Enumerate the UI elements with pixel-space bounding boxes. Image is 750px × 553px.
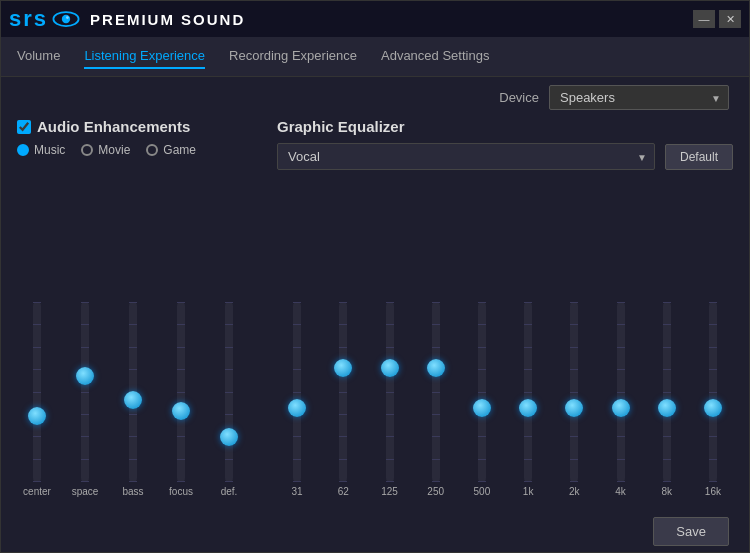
left-slider-col-focus: focus: [161, 302, 201, 497]
eq-slider-col-1k: 1k: [508, 302, 548, 497]
eq-slider-thumb-4k[interactable]: [612, 399, 630, 417]
window-controls: — ✕: [693, 10, 741, 28]
eq-slider-thumb-31[interactable]: [288, 399, 306, 417]
left-slider-track-center[interactable]: [33, 302, 41, 482]
srs-logo: srs: [9, 6, 80, 32]
left-sliders: centerspacebassfocusdef.: [17, 167, 257, 501]
left-slider-thumb-center[interactable]: [28, 407, 46, 425]
eq-slider-thumb-500[interactable]: [473, 399, 491, 417]
tab-listening-experience[interactable]: Listening Experience: [84, 44, 205, 69]
device-label: Device: [499, 90, 539, 105]
radio-music-label: Music: [34, 143, 65, 157]
left-slider-label-focus: focus: [169, 486, 193, 497]
eq-slider-track-500[interactable]: [478, 302, 486, 482]
app-window: srs PREMIUM SOUND — ✕ Volume Listening E…: [0, 0, 750, 553]
left-slider-col-space: space: [65, 302, 105, 497]
save-button[interactable]: Save: [653, 517, 729, 546]
audio-enhancements-label: Audio Enhancements: [37, 118, 190, 135]
left-slider-thumb-bass[interactable]: [124, 391, 142, 409]
eq-title: Graphic Equalizer: [277, 118, 733, 135]
eq-slider-track-62[interactable]: [339, 302, 347, 482]
left-slider-label-space: space: [72, 486, 99, 497]
eq-slider-thumb-1k[interactable]: [519, 399, 537, 417]
eq-slider-label-4k: 4k: [615, 486, 626, 497]
eq-slider-thumb-8k[interactable]: [658, 399, 676, 417]
tab-volume[interactable]: Volume: [17, 44, 60, 69]
eq-slider-label-2k: 2k: [569, 486, 580, 497]
device-select[interactable]: Speakers Headphones HDMI: [549, 85, 729, 110]
eq-slider-track-4k[interactable]: [617, 302, 625, 482]
eq-slider-thumb-125[interactable]: [381, 359, 399, 377]
main-content: Audio Enhancements Music Movie Game cent…: [1, 118, 749, 511]
eq-slider-col-4k: 4k: [600, 302, 640, 497]
srs-text: srs: [9, 6, 48, 32]
audio-enhancements-checkbox[interactable]: [17, 120, 31, 134]
left-slider-thumb-focus[interactable]: [172, 402, 190, 420]
eq-slider-track-31[interactable]: [293, 302, 301, 482]
eq-slider-track-250[interactable]: [432, 302, 440, 482]
radio-game-btn: [146, 144, 158, 156]
eq-slider-thumb-16k[interactable]: [704, 399, 722, 417]
left-slider-track-focus[interactable]: [177, 302, 185, 482]
radio-movie-label: Movie: [98, 143, 130, 157]
eq-slider-track-8k[interactable]: [663, 302, 671, 482]
eq-slider-col-16k: 16k: [693, 302, 733, 497]
left-slider-track-def.[interactable]: [225, 302, 233, 482]
svg-point-2: [66, 16, 69, 19]
left-slider-col-def.: def.: [209, 302, 249, 497]
left-slider-track-bass[interactable]: [129, 302, 137, 482]
logo-area: srs PREMIUM SOUND: [9, 6, 245, 32]
eq-slider-track-16k[interactable]: [709, 302, 717, 482]
eq-slider-col-250: 250: [416, 302, 456, 497]
mode-radio-group: Music Movie Game: [17, 143, 257, 157]
eq-slider-track-2k[interactable]: [570, 302, 578, 482]
radio-game[interactable]: Game: [146, 143, 196, 157]
radio-movie[interactable]: Movie: [81, 143, 130, 157]
right-panel: Graphic Equalizer Flat Vocal Rock Pop Cl…: [277, 118, 733, 501]
eq-slider-col-2k: 2k: [554, 302, 594, 497]
left-slider-label-def.: def.: [221, 486, 238, 497]
radio-music-btn: [17, 144, 29, 156]
left-slider-thumb-def.[interactable]: [220, 428, 238, 446]
eq-slider-thumb-62[interactable]: [334, 359, 352, 377]
left-slider-track-space[interactable]: [81, 302, 89, 482]
left-slider-col-bass: bass: [113, 302, 153, 497]
eq-slider-label-62: 62: [338, 486, 349, 497]
left-slider-label-center: center: [23, 486, 51, 497]
left-slider-thumb-space[interactable]: [76, 367, 94, 385]
eq-preset-wrap: Flat Vocal Rock Pop Classical Jazz: [277, 143, 655, 170]
eq-slider-track-125[interactable]: [386, 302, 394, 482]
eq-controls: Flat Vocal Rock Pop Classical Jazz Defau…: [277, 143, 733, 170]
left-panel: Audio Enhancements Music Movie Game cent…: [17, 118, 257, 501]
left-slider-label-bass: bass: [122, 486, 143, 497]
eq-slider-label-500: 500: [474, 486, 491, 497]
nav-tabs: Volume Listening Experience Recording Ex…: [1, 37, 749, 77]
radio-music[interactable]: Music: [17, 143, 65, 157]
eq-slider-label-31: 31: [292, 486, 303, 497]
eq-slider-col-500: 500: [462, 302, 502, 497]
eq-slider-thumb-2k[interactable]: [565, 399, 583, 417]
eq-default-button[interactable]: Default: [665, 144, 733, 170]
minimize-button[interactable]: —: [693, 10, 715, 28]
eq-slider-label-250: 250: [427, 486, 444, 497]
srs-eye-icon: [52, 10, 80, 28]
eq-slider-label-1k: 1k: [523, 486, 534, 497]
eq-slider-label-125: 125: [381, 486, 398, 497]
tab-advanced-settings[interactable]: Advanced Settings: [381, 44, 489, 69]
svg-point-1: [62, 15, 70, 23]
eq-slider-col-8k: 8k: [647, 302, 687, 497]
eq-preset-select[interactable]: Flat Vocal Rock Pop Classical Jazz: [277, 143, 655, 170]
title-bar: srs PREMIUM SOUND — ✕: [1, 1, 749, 37]
eq-slider-thumb-250[interactable]: [427, 359, 445, 377]
radio-game-label: Game: [163, 143, 196, 157]
bottom-bar: Save: [1, 511, 749, 552]
device-bar: Device Speakers Headphones HDMI: [1, 77, 749, 118]
close-button[interactable]: ✕: [719, 10, 741, 28]
audio-enhancements-row: Audio Enhancements: [17, 118, 257, 135]
eq-slider-col-62: 62: [323, 302, 363, 497]
eq-slider-col-31: 31: [277, 302, 317, 497]
radio-movie-btn: [81, 144, 93, 156]
eq-slider-track-1k[interactable]: [524, 302, 532, 482]
tab-recording-experience[interactable]: Recording Experience: [229, 44, 357, 69]
eq-slider-label-16k: 16k: [705, 486, 721, 497]
